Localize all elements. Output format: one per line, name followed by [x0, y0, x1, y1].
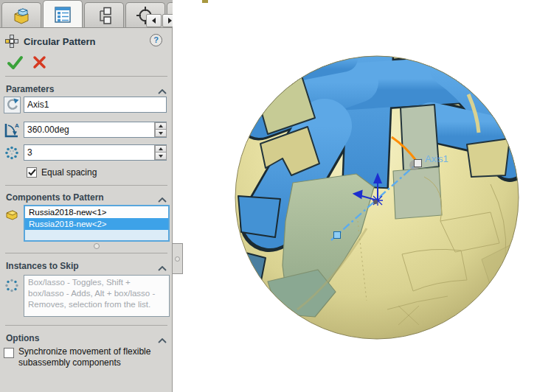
instance-count-icon — [4, 145, 19, 163]
axis-endpoint-handle-bottom[interactable] — [334, 232, 341, 239]
panel-splitter-handle[interactable] — [173, 243, 183, 274]
angle-spin-up[interactable] — [155, 122, 167, 130]
sync-checkbox-row[interactable]: Synchronize movement of flexible subasse… — [4, 346, 169, 368]
spin-up-icon — [159, 147, 163, 150]
tab-configurationmanager[interactable] — [84, 2, 124, 28]
skip-row: Box/lasso - Toggles, Shift + box/lasso -… — [0, 275, 173, 318]
count-spin-up[interactable] — [155, 145, 167, 153]
angle-icon: A — [3, 122, 21, 142]
angle-input[interactable] — [24, 122, 167, 138]
divider — [5, 325, 167, 326]
collapse-chevron-icon[interactable] — [158, 192, 167, 206]
angle-row: A — [0, 122, 173, 139]
list-item[interactable]: Russia2018-new<1> — [25, 206, 168, 218]
spin-down-icon — [159, 155, 163, 158]
splitter-grip-icon — [175, 256, 180, 262]
collapse-chevron-icon[interactable] — [158, 84, 167, 97]
feature-header: Circular Pattern ? — [0, 32, 173, 50]
axis-selection-input[interactable] — [24, 97, 167, 113]
section-parameters-header[interactable]: Parameters — [0, 82, 173, 95]
count-spinner — [154, 145, 166, 160]
pattern-axis-row — [0, 97, 173, 114]
tab-scroll-left-button[interactable] — [146, 14, 162, 27]
manager-tab-bar — [0, 0, 173, 28]
ok-button[interactable] — [7, 55, 24, 71]
spin-down-icon — [159, 132, 163, 135]
svg-text:A: A — [15, 122, 19, 129]
list-resize-grip[interactable] — [94, 243, 100, 249]
divider — [5, 185, 167, 186]
toolbar-icon-fragment — [202, 0, 208, 3]
components-to-pattern-list[interactable]: Russia2018-new<1> Russia2018-new<2> — [24, 205, 170, 242]
sync-flexible-label: Synchronize movement of flexible subasse… — [18, 346, 169, 368]
divider — [5, 76, 167, 77]
instance-count-input[interactable] — [24, 144, 167, 161]
axis-endpoint-handle-top[interactable] — [415, 160, 422, 167]
tab-scroll-right-button[interactable] — [162, 14, 173, 27]
page-title: Circular Pattern — [24, 36, 96, 47]
angle-spinner — [154, 122, 166, 137]
sync-flexible-checkbox[interactable] — [4, 348, 14, 358]
solidworks-window: Circular Pattern ? Parameters — [0, 0, 537, 392]
model-sphere[interactable]: Axis1 — [173, 0, 537, 392]
instance-count-row — [0, 144, 173, 162]
components-row: Russia2018-new<1> Russia2018-new<2> — [0, 205, 173, 243]
collapse-chevron-icon[interactable] — [158, 261, 167, 274]
equal-spacing-checkbox-row[interactable]: Equal spacing — [27, 167, 97, 178]
spin-up-icon — [159, 125, 163, 127]
propertymanager-icon — [53, 5, 72, 24]
section-options-header[interactable]: Options — [0, 331, 173, 344]
instances-to-skip-box[interactable]: Box/lasso - Toggles, Shift + box/lasso -… — [24, 275, 170, 317]
pattern-axis-icon — [4, 97, 21, 116]
configurationmanager-icon — [94, 6, 114, 25]
arrow-right-icon — [168, 18, 172, 24]
section-title: Instances to Skip — [6, 261, 79, 271]
cancel-button[interactable] — [32, 55, 47, 70]
divider — [5, 253, 167, 253]
skip-instances-icon — [4, 278, 19, 295]
featuremanager-icon — [12, 6, 31, 25]
section-title: Options — [6, 333, 39, 343]
list-item-selected[interactable]: Russia2018-new<2> — [25, 218, 168, 230]
collapse-chevron-icon[interactable] — [158, 333, 167, 346]
section-title: Parameters — [6, 84, 54, 94]
section-components-header[interactable]: Components to Pattern — [0, 190, 173, 203]
propertymanager-panel: Circular Pattern ? Parameters — [0, 0, 173, 392]
component-icon — [4, 206, 19, 224]
count-spin-down[interactable] — [155, 153, 167, 160]
circular-pattern-icon — [5, 35, 18, 48]
arrow-left-icon — [152, 18, 156, 24]
help-button[interactable]: ? — [150, 34, 162, 46]
section-title: Components to Pattern — [6, 192, 104, 203]
graphics-viewport[interactable]: Axis1 — [173, 0, 537, 392]
section-skip-header[interactable]: Instances to Skip — [0, 259, 173, 272]
checkmark-icon — [28, 169, 36, 176]
tab-propertymanager[interactable] — [43, 0, 83, 28]
confirm-bar — [0, 53, 173, 72]
equal-spacing-checkbox[interactable] — [27, 167, 37, 178]
tab-featuremanager[interactable] — [1, 2, 41, 28]
angle-spin-down[interactable] — [155, 130, 167, 137]
equal-spacing-label: Equal spacing — [41, 167, 97, 178]
axis-callout-label[interactable]: Axis1 — [425, 153, 448, 164]
